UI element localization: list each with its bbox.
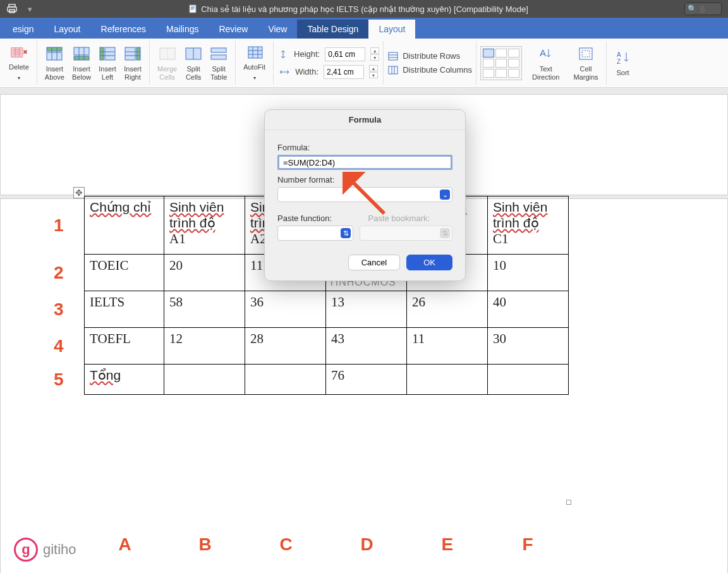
col-annotation: B (199, 534, 212, 555)
insert-left-button[interactable]: Insert Left (95, 42, 120, 83)
height-icon (277, 50, 289, 59)
table-cell[interactable]: TOEFL (85, 328, 164, 365)
svg-rect-3 (190, 5, 196, 13)
table-cell[interactable] (488, 365, 569, 395)
tab-table-layout[interactable]: Layout (368, 20, 415, 39)
svg-rect-18 (389, 52, 397, 60)
svg-rect-19 (389, 66, 397, 74)
paste-bookmark-label: Paste bookmark: (368, 214, 453, 223)
sort-button[interactable]: AZSort (610, 42, 636, 83)
svg-rect-10 (100, 47, 104, 60)
width-input[interactable] (324, 65, 364, 79)
width-stepper[interactable]: ▲▼ (369, 65, 378, 78)
cell-margins-button[interactable]: Cell Margins (569, 42, 602, 83)
paste-function-label: Paste function: (277, 214, 362, 223)
svg-rect-12 (136, 47, 140, 60)
merge-cells-button: Merge Cells (154, 42, 181, 83)
col-annotation: E (442, 534, 454, 555)
insert-below-button[interactable]: Insert Below (68, 42, 95, 83)
distribute-rows-button[interactable]: Distribute Rows (387, 51, 460, 61)
updown-icon: ⇅ (341, 228, 351, 238)
search-input[interactable] (700, 4, 719, 14)
chevron-down-icon: ⌄ (440, 190, 450, 200)
table-cell[interactable]: 13 (326, 291, 407, 328)
updown-icon: ⇅ (440, 228, 450, 238)
tab-design[interactable]: esign (3, 20, 44, 39)
width-icon (279, 68, 290, 76)
tab-review[interactable]: Review (209, 20, 258, 39)
table-cell[interactable]: 36 (245, 291, 326, 328)
table-move-handle[interactable]: ✥ (73, 187, 85, 198)
table-header-cell[interactable]: Sinh viêntrình độA1 (164, 196, 245, 255)
dropdown-icon[interactable]: ▾ (28, 4, 32, 14)
formula-input[interactable] (277, 155, 452, 170)
dialog-title: Formula (265, 110, 465, 130)
table-cell[interactable]: 28 (245, 328, 326, 365)
insert-right-button[interactable]: Insert Right (120, 42, 145, 83)
table-cell[interactable]: IELTS (85, 291, 164, 328)
split-cells-button[interactable]: Split Cells (181, 42, 206, 83)
table-cell[interactable] (245, 365, 326, 395)
table-cell[interactable]: 58 (164, 291, 245, 328)
svg-rect-22 (582, 51, 590, 57)
text-direction-button[interactable]: AText Direction (528, 42, 563, 83)
table-cell[interactable]: 11 (407, 328, 488, 365)
print-icon[interactable] (6, 3, 18, 15)
number-format-select[interactable]: ⌄ (277, 187, 452, 202)
document-title: Chia sẻ tài liệu và phương pháp học IELT… (201, 4, 528, 14)
svg-rect-6 (47, 47, 62, 51)
cancel-button[interactable]: Cancel (348, 255, 400, 270)
distribute-cols-button[interactable]: Distribute Columns (387, 65, 472, 75)
formula-label: Formula: (277, 143, 452, 152)
logo-icon: g (14, 538, 38, 562)
svg-rect-15 (211, 48, 226, 52)
table-cell[interactable]: TOEIC (85, 255, 164, 291)
tab-references[interactable]: References (91, 20, 157, 39)
table-cell[interactable] (407, 365, 488, 395)
tab-bar: esign Layout References Mailings Review … (0, 18, 728, 39)
table-cell[interactable]: 40 (488, 291, 569, 328)
tab-table-design[interactable]: Table Design (297, 20, 368, 39)
table-cell[interactable]: 30 (488, 328, 569, 365)
svg-rect-16 (211, 55, 226, 59)
table-cell[interactable]: 26 (407, 291, 488, 328)
col-annotation: C (280, 534, 293, 555)
table-cell[interactable]: 76 (326, 365, 407, 395)
svg-rect-17 (248, 47, 262, 58)
table-cell[interactable]: 10 (488, 255, 569, 291)
col-annotation: D (361, 534, 373, 555)
paste-function-select[interactable]: ⇅ (277, 226, 353, 241)
col-annotation: F (523, 534, 533, 555)
table-header-cell[interactable]: Sinh viêntrình độC1 (488, 196, 569, 255)
ok-button[interactable]: OK (406, 255, 452, 270)
delete-button[interactable]: Delete▾ (5, 42, 33, 83)
search-box[interactable]: 🔍 (684, 3, 722, 15)
tab-layout[interactable]: Layout (44, 20, 90, 39)
table-cell[interactable]: 43 (326, 328, 407, 365)
table-cell[interactable]: Tổng (85, 365, 164, 395)
height-label: Height: (294, 49, 320, 59)
split-table-button[interactable]: Split Table (206, 42, 231, 83)
tab-mailings[interactable]: Mailings (156, 20, 209, 39)
table-resize-handle[interactable] (566, 500, 571, 505)
height-input[interactable] (325, 47, 365, 61)
table-cell[interactable]: 20 (164, 255, 245, 291)
tab-view[interactable]: View (258, 20, 297, 39)
insert-above-button[interactable]: Insert Above (41, 42, 68, 83)
svg-rect-11 (125, 47, 135, 60)
svg-text:Z: Z (617, 58, 621, 65)
table-cell[interactable]: 12 (164, 328, 245, 365)
search-icon: 🔍 (688, 4, 697, 13)
table-cell[interactable] (164, 365, 245, 395)
svg-rect-8 (74, 56, 89, 60)
table-header-cell[interactable]: Chứng chỉ (85, 196, 164, 255)
document-icon (188, 4, 197, 13)
alignment-grid[interactable] (480, 46, 522, 80)
gitiho-logo: g gitiho (14, 538, 76, 562)
width-label: Width: (295, 67, 318, 76)
row-annotation: 1 (54, 215, 64, 236)
svg-rect-7 (74, 47, 89, 55)
height-stepper[interactable]: ▲▼ (370, 47, 379, 61)
ribbon: Delete▾ Insert Above Insert Below Insert… (0, 39, 728, 88)
autofit-button[interactable]: AutoFit▾ (240, 42, 269, 83)
